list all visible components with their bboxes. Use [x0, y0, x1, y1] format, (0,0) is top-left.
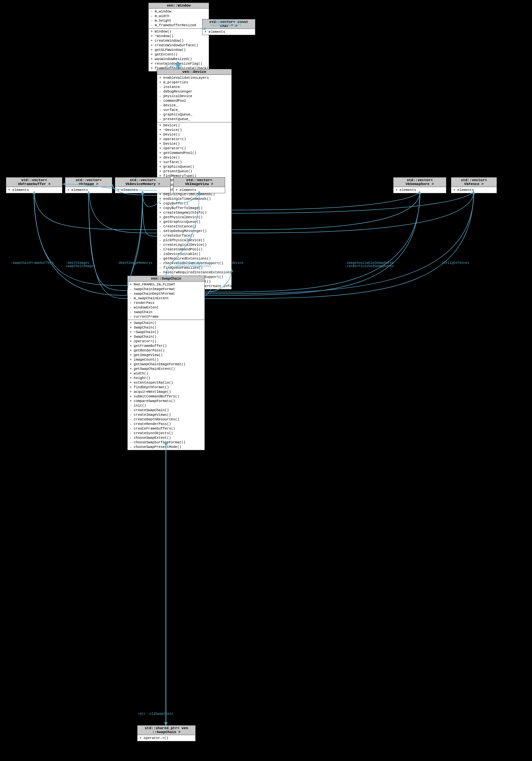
vec-vksemaphore-title: std::vector< VkSemaphore > — [393, 178, 446, 187]
connectors-svg-2 — [0, 0, 532, 761]
vec-const-char-methods: + elements — [203, 29, 255, 35]
label-depth-image-memorys: -depthImageMemorys — [117, 261, 152, 265]
label-swapchain-images: swapChainImages — [66, 264, 95, 268]
device-attributes: + enableValidationLayers + m_properties … — [157, 75, 231, 122]
svg-marker-20 — [164, 722, 167, 725]
vec-vkfence-box: std::vector< VkFence > + elements — [451, 177, 497, 193]
window-attributes: - m_window - m_width - m_height - m_fram… — [149, 9, 209, 29]
svg-marker-41 — [165, 722, 167, 725]
vec-framebuffer-box: std::vector< VkFramebuffer > + elements — [6, 177, 62, 193]
vec-vkimageview-title: std::vector< VkImageView > — [174, 178, 225, 187]
connectors-svg — [0, 0, 532, 761]
shared-ptr-swapchain-title: std::shared_ptr< ven ::SwapChain > — [138, 726, 195, 735]
label-render-finished-semaphores: -renderFinishedSemaphores — [345, 264, 394, 268]
vec-vkimageview-methods: + elements — [174, 187, 225, 193]
label-swapchain-framebuffers: -swapChainFramebuffers — [11, 261, 54, 265]
vec-framebuffer-methods: + elements — [6, 187, 62, 193]
label-in-flight-fences: -inFlightFences — [440, 261, 469, 265]
label-swapchain-image-views: swapChainImageViews — [174, 264, 211, 268]
vec-vksemaphore-methods: + elements — [393, 187, 446, 193]
vec-framebuffer-title: std::vector< VkFramebuffer > — [6, 178, 62, 187]
vec-vkimage-title: std::vector< VkImage > — [65, 178, 112, 187]
vec-vkdevicememory-title: std::vector< VkDeviceMemory > — [115, 178, 170, 187]
diagram-container: ven::Window - m_window - m_width - m_hei… — [0, 0, 532, 761]
window-title: ven::Window — [149, 3, 209, 9]
vec-vksemaphore-box: std::vector< VkSemaphore > + elements — [393, 177, 446, 193]
label-device: -device — [230, 261, 244, 265]
vec-vkimage-box: std::vector< VkImage > + elements — [65, 177, 112, 193]
vec-vkimage-methods: + elements — [65, 187, 112, 193]
vec-vkfence-title: std::vector< VkFence > — [451, 178, 497, 187]
swapchain-methods: + SwapChain() + SwapChain() + ~SwapChain… — [128, 320, 205, 450]
shared-ptr-swapchain-box: std::shared_ptr< ven ::SwapChain > + ope… — [137, 725, 196, 741]
swapchain-title: ven::SwapChain — [128, 276, 205, 281]
label-validation-layers: validationLayers — [210, 24, 242, 27]
window-box: ven::Window - m_window - m_width - m_hei… — [148, 3, 209, 72]
swapchain-attributes: + MAX_FRAMES_IN_FLIGHT - swapChainImageF… — [128, 281, 205, 320]
vec-vkfence-methods: + elements — [451, 187, 497, 193]
label-ptr: +ptr -oldSwapChain — [138, 712, 173, 716]
swapchain-box: ven::SwapChain + MAX_FRAMES_IN_FLIGHT - … — [127, 276, 205, 450]
label-device-extensions: -deviceExtensions — [210, 20, 244, 23]
device-title: ven::Device — [157, 69, 231, 75]
vec-vkdevicememory-box: std::vector< VkDeviceMemory > + elements — [115, 177, 171, 193]
label-m-window: -m_window — [164, 64, 182, 68]
vec-vkimageview-box: std::vector< VkImageView > + elements — [173, 177, 225, 193]
vec-vkdevicememory-methods: + elements — [115, 187, 170, 193]
shared-ptr-swapchain-methods: + operator->() — [138, 735, 195, 741]
